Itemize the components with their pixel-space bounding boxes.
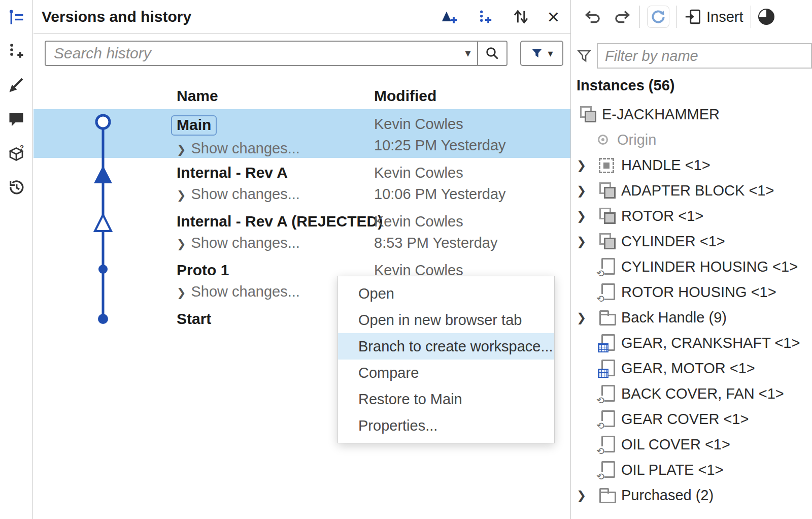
modified-time: 10:25 PM Yesterday — [374, 137, 506, 154]
menu-item-branch-to-create-workspace[interactable]: Branch to create workspace... — [338, 333, 554, 360]
close-icon[interactable]: × — [548, 9, 559, 24]
chevron-right-icon[interactable]: ❯ — [577, 235, 598, 248]
toolbar-divider — [751, 6, 751, 28]
tree-item[interactable]: GEAR COVER <1> — [571, 406, 812, 432]
onshape-app: ? Versions and history — [0, 0, 812, 519]
version-row-main[interactable]: Main ❯Show changes... Kevin Cowles 10:25… — [33, 109, 570, 158]
version-name[interactable]: Main — [171, 115, 217, 136]
search-button[interactable] — [477, 42, 506, 65]
tree-item-origin[interactable]: Origin — [571, 127, 812, 152]
show-changes-link[interactable]: ❯Show changes... — [177, 234, 383, 253]
tree-item[interactable]: GEAR, CRANKSHAFT <1> — [571, 330, 812, 355]
assembly-panel: Insert Instances (56) E-JACKHAMMER Origi… — [571, 0, 812, 519]
panel-title: Versions and history — [42, 8, 191, 25]
tree-item[interactable]: ❯ HANDLE <1> — [571, 152, 812, 178]
show-changes-link[interactable]: ❯Show changes... — [177, 283, 300, 302]
version-row-internal-rev-a[interactable]: Internal - Rev A ❯Show changes... Kevin … — [33, 158, 570, 207]
standard-content-icon — [598, 334, 616, 352]
dropdown-caret-icon: ▾ — [548, 47, 553, 59]
pattern-icon — [598, 156, 616, 174]
tree-item[interactable]: ROTOR HOUSING <1> — [571, 279, 812, 305]
chevron-right-icon[interactable]: ❯ — [577, 311, 598, 325]
chevron-right-icon[interactable]: ❯ — [577, 489, 598, 502]
chevron-right-icon: ❯ — [177, 286, 186, 299]
history-icon[interactable] — [0, 170, 32, 204]
derived-part-icon — [598, 410, 616, 428]
instances-header: Instances (56) — [577, 77, 674, 94]
filter-funnel-icon — [530, 47, 544, 60]
version-name[interactable]: Start — [177, 310, 211, 327]
search-row: ▾ ▾ — [45, 41, 563, 66]
version-name[interactable]: Internal - Rev A — [177, 164, 288, 181]
menu-item-compare[interactable]: Compare — [338, 360, 554, 386]
filter-funnel-icon[interactable] — [571, 48, 597, 63]
sync-icon[interactable] — [647, 6, 669, 28]
filter-row — [571, 43, 812, 69]
part-icon — [598, 207, 616, 225]
create-branch-icon[interactable] — [0, 34, 32, 68]
redo-icon[interactable] — [612, 8, 632, 25]
help-cube-icon[interactable]: ? — [0, 136, 32, 170]
svg-text:?: ? — [20, 144, 24, 151]
show-changes-link[interactable]: ❯Show changes... — [177, 185, 300, 204]
chevron-right-icon[interactable]: ❯ — [577, 209, 598, 223]
derived-part-icon — [598, 461, 616, 479]
filter-by-name-input[interactable] — [597, 43, 812, 69]
modified-author: Kevin Cowles — [374, 115, 506, 133]
publish-icon[interactable] — [0, 68, 32, 102]
tree-item[interactable]: OIL COVER <1> — [571, 432, 812, 457]
chevron-right-icon: ❯ — [177, 238, 186, 250]
compare-versions-icon[interactable] — [512, 8, 529, 25]
search-input[interactable] — [46, 45, 459, 62]
tree-item[interactable]: GEAR, MOTOR <1> — [571, 355, 812, 381]
tree-item[interactable]: BACK COVER, FAN <1> — [571, 381, 812, 406]
menu-item-properties[interactable]: Properties... — [338, 412, 554, 439]
derived-part-icon — [598, 283, 616, 301]
tree-item[interactable]: ❯ ROTOR <1> — [571, 203, 812, 229]
undo-icon[interactable] — [583, 8, 603, 25]
comments-icon[interactable] — [0, 102, 32, 136]
column-name: Name — [177, 87, 218, 105]
show-changes-label: Show changes... — [191, 140, 299, 156]
versions-history-icon[interactable] — [0, 0, 32, 34]
toolbar-divider — [639, 6, 640, 28]
instances-tree: E-JACKHAMMER Origin ❯ HANDLE <1> ❯ ADAPT… — [571, 102, 812, 508]
version-row-internal-rev-a-rejected[interactable]: Internal - Rev A (REJECTED) ❯Show change… — [33, 207, 570, 255]
show-changes-label: Show changes... — [191, 235, 299, 251]
menu-item-open[interactable]: Open — [338, 280, 554, 307]
folder-icon — [598, 308, 616, 327]
insert-button[interactable]: Insert — [684, 8, 743, 25]
tree-item[interactable]: ❯ Purchased (2) — [571, 482, 812, 508]
tree-item[interactable]: OIL PLATE <1> — [571, 457, 812, 482]
filter-button[interactable]: ▾ — [520, 41, 563, 66]
show-changes-label: Show changes... — [191, 283, 299, 300]
search-combo: ▾ — [45, 41, 507, 66]
tree-item[interactable]: CYLINDER HOUSING <1> — [571, 254, 812, 279]
tree-item[interactable]: ❯ CYLINDER <1> — [571, 229, 812, 254]
tree-item[interactable]: ❯ ADAPTER BLOCK <1> — [571, 178, 812, 203]
tree-item-assembly-root[interactable]: E-JACKHAMMER — [571, 102, 812, 127]
create-version-icon[interactable] — [440, 9, 458, 25]
tree-item[interactable]: ❯ Back Handle (9) — [571, 305, 812, 330]
dropdown-caret-icon[interactable]: ▾ — [459, 47, 477, 60]
document-toolbar: Insert — [571, 0, 812, 34]
create-branch-icon[interactable] — [477, 9, 494, 25]
version-name[interactable]: Internal - Rev A (REJECTED) — [177, 213, 383, 230]
derived-part-icon — [598, 257, 616, 276]
chevron-right-icon[interactable]: ❯ — [577, 158, 598, 172]
modified-time: 10:06 PM Yesterday — [374, 185, 506, 203]
show-changes-link[interactable]: ❯Show changes... — [177, 140, 300, 158]
standard-content-icon — [598, 359, 616, 377]
context-menu: Open Open in new browser tab Branch to c… — [337, 276, 555, 443]
chevron-right-icon[interactable]: ❯ — [577, 184, 598, 198]
version-name[interactable]: Proto 1 — [177, 262, 229, 278]
panel-header: Versions and history — [33, 0, 570, 34]
insert-icon — [684, 8, 701, 25]
derived-part-icon — [598, 435, 616, 453]
part-icon — [598, 232, 616, 250]
time-pie-icon[interactable] — [758, 9, 774, 25]
menu-item-restore-to-main[interactable]: Restore to Main — [338, 386, 554, 412]
modified-author: Kevin Cowles — [374, 213, 497, 230]
part-icon — [598, 181, 616, 200]
menu-item-open-new-tab[interactable]: Open in new browser tab — [338, 307, 554, 333]
